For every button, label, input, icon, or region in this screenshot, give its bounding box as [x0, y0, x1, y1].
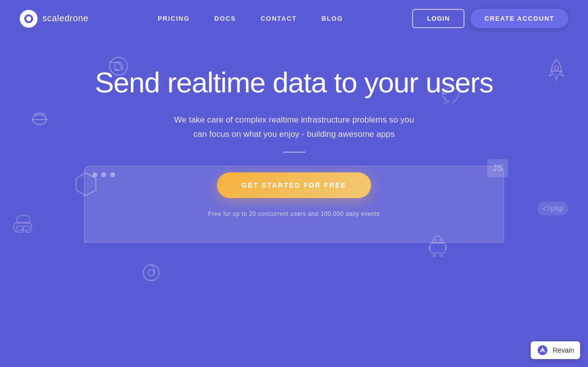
- browser-bar: [84, 166, 504, 183]
- svg-point-17: [538, 345, 547, 355]
- revain-badge: Revain: [531, 341, 580, 359]
- nav-link-docs[interactable]: DOCS: [214, 15, 236, 22]
- revain-text: Revain: [552, 346, 574, 354]
- hero-divider: [283, 152, 305, 153]
- browser-dot-green: [110, 172, 115, 177]
- nav-links: PRICING DOCS CONTACT BLOG: [158, 15, 343, 22]
- nav-link-pricing[interactable]: PRICING: [158, 15, 190, 22]
- firefox-icon: [140, 262, 162, 288]
- navbar: scaledrone PRICING DOCS CONTACT BLOG LOG…: [0, 0, 588, 37]
- hero-subtitle: We take care of complex realtime infrast…: [0, 113, 588, 142]
- browser-mockup: [84, 166, 504, 243]
- nav-actions: LOGIN CREATE ACCOUNT: [412, 9, 568, 28]
- create-account-button[interactable]: CREATE ACCOUNT: [470, 9, 568, 28]
- hero-section: Send realtime data to your users We take…: [0, 37, 588, 233]
- logo-link[interactable]: scaledrone: [20, 10, 88, 28]
- revain-logo-icon: [537, 344, 548, 356]
- browser-dot-red: [92, 172, 97, 177]
- logo-text: scaledrone: [42, 13, 88, 24]
- svg-point-1: [26, 16, 31, 21]
- svg-point-11: [148, 270, 154, 276]
- nav-link-blog[interactable]: BLOG: [322, 15, 343, 22]
- logo-icon: [20, 10, 38, 28]
- nav-link-contact[interactable]: CONTACT: [260, 15, 296, 22]
- browser-dot-yellow: [101, 172, 106, 177]
- svg-point-10: [143, 265, 159, 281]
- hero-title: Send realtime data to your users: [0, 67, 588, 98]
- login-button[interactable]: LOGIN: [412, 9, 464, 28]
